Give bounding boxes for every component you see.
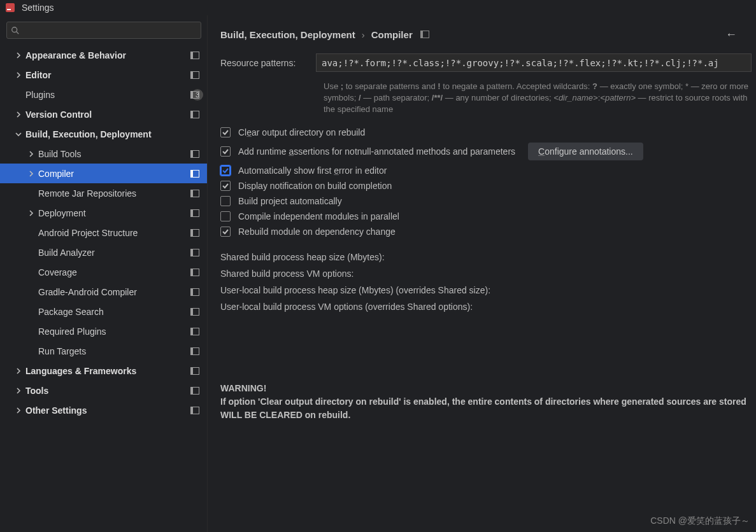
- warning-text: WARNING! If option 'Clear output directo…: [220, 382, 756, 422]
- sidebar-item-label: Version Control: [25, 109, 207, 120]
- chevron-right-icon: [24, 171, 38, 177]
- sidebar-item-editor[interactable]: Editor: [0, 65, 207, 85]
- chevron-right-icon: [24, 210, 38, 216]
- configure-annotations-button[interactable]: Configure annotations...: [528, 143, 643, 160]
- breadcrumb: Build, Execution, Deployment › Compiler …: [220, 22, 756, 47]
- svg-rect-0: [6, 3, 15, 12]
- project-scope-icon: [190, 111, 199, 118]
- checkbox[interactable]: [220, 165, 231, 176]
- sidebar-item-label: Remote Jar Repositories: [38, 188, 207, 199]
- sidebar-item-appearance-behavior[interactable]: Appearance & Behavior: [0, 45, 207, 65]
- breadcrumb-leaf: Compiler: [371, 29, 413, 40]
- checkbox-label[interactable]: Add runtime assertions for notnull-annot…: [238, 146, 515, 157]
- breadcrumb-root[interactable]: Build, Execution, Deployment: [220, 29, 355, 40]
- checkbox[interactable]: [220, 211, 231, 221]
- sidebar: Appearance & BehaviorEditorPlugins3Versi…: [0, 15, 208, 532]
- sidebar-item-label: Android Project Structure: [38, 228, 207, 238]
- app-logo-icon: [5, 3, 15, 13]
- project-scope-icon: [190, 288, 199, 296]
- sidebar-item-required-plugins[interactable]: Required Plugins: [0, 321, 207, 341]
- checkbox-label[interactable]: Automatically show first error in editor: [238, 165, 387, 176]
- field-label: Shared build process heap size (Mbytes):: [220, 252, 539, 262]
- project-scope-icon: [190, 249, 199, 256]
- chevron-right-icon: [24, 151, 38, 157]
- chevron-right-icon: ›: [362, 29, 365, 40]
- resource-patterns-label: Resource patterns:: [220, 58, 316, 68]
- sidebar-item-other-settings[interactable]: Other Settings: [0, 400, 207, 420]
- chevron-right-icon: [11, 72, 25, 78]
- sidebar-item-plugins[interactable]: Plugins3: [0, 85, 207, 104]
- back-button[interactable]: ←: [725, 28, 737, 41]
- window-title: Settings: [22, 3, 54, 13]
- checkbox[interactable]: [220, 146, 231, 157]
- checkbox[interactable]: [220, 181, 231, 191]
- sidebar-item-run-targets[interactable]: Run Targets: [0, 341, 207, 361]
- checkbox[interactable]: [220, 127, 231, 137]
- checkbox-label[interactable]: Rebuild module on dependency change: [238, 227, 396, 237]
- project-scope-icon: [190, 71, 199, 79]
- option-row: Display notification on build completion: [220, 181, 756, 191]
- option-row: Rebuild module on dependency change: [220, 227, 756, 237]
- sidebar-item-deployment[interactable]: Deployment: [0, 203, 207, 223]
- search-icon: [11, 26, 20, 35]
- chevron-right-icon: [11, 388, 25, 394]
- project-scope-icon: [190, 190, 199, 197]
- settings-tree: Appearance & BehaviorEditorPlugins3Versi…: [0, 43, 207, 532]
- sidebar-item-label: Deployment: [38, 208, 207, 218]
- project-scope-icon: [190, 367, 199, 375]
- sidebar-item-label: Package Search: [38, 307, 207, 317]
- option-row: Automatically show first error in editor: [220, 165, 756, 176]
- sidebar-item-label: Gradle-Android Compiler: [38, 287, 207, 297]
- project-scope-icon: [190, 91, 199, 99]
- field-row: User-local build process heap size (Mbyt…: [220, 285, 756, 295]
- checkbox-label[interactable]: Display notification on build completion: [238, 181, 392, 191]
- project-scope-icon: [190, 328, 199, 335]
- chevron-right-icon: [11, 111, 25, 118]
- project-scope-icon: [190, 308, 199, 316]
- sidebar-item-label: Languages & Frameworks: [25, 366, 207, 376]
- checkbox-label[interactable]: Compile independent modules in parallel: [238, 211, 399, 221]
- project-scope-icon: [190, 52, 199, 59]
- field-row: Shared build process VM options:: [220, 269, 756, 279]
- sidebar-item-tools[interactable]: Tools: [0, 381, 207, 400]
- sidebar-item-gradle-android-compiler[interactable]: Gradle-Android Compiler: [0, 282, 207, 302]
- svg-line-3: [17, 31, 19, 34]
- sidebar-item-coverage[interactable]: Coverage: [0, 262, 207, 282]
- svg-point-2: [12, 27, 17, 32]
- checkbox[interactable]: [220, 227, 231, 237]
- sidebar-item-label: Plugins: [25, 90, 192, 100]
- sidebar-item-label: Build Analyzer: [38, 248, 207, 258]
- chevron-right-icon: [11, 52, 25, 59]
- chevron-right-icon: [11, 368, 25, 374]
- sidebar-item-label: Build Tools: [38, 149, 207, 159]
- field-label: User-local build process heap size (Mbyt…: [220, 285, 539, 295]
- sidebar-item-label: Required Plugins: [38, 326, 207, 337]
- sidebar-item-remote-jar-repositories[interactable]: Remote Jar Repositories: [0, 183, 207, 203]
- watermark: CSDN @爱笑的蓝孩子～: [650, 515, 750, 527]
- project-scope-icon: [420, 31, 429, 38]
- sidebar-item-compiler[interactable]: Compiler: [0, 164, 207, 183]
- option-row: Clear output directory on rebuild: [220, 127, 756, 137]
- project-scope-icon: [190, 170, 199, 178]
- project-scope-icon: [190, 347, 199, 355]
- checkbox[interactable]: [220, 196, 231, 206]
- svg-rect-1: [7, 9, 11, 10]
- sidebar-item-build-tools[interactable]: Build Tools: [0, 144, 207, 164]
- sidebar-item-build-analyzer[interactable]: Build Analyzer: [0, 242, 207, 262]
- sidebar-item-package-search[interactable]: Package Search: [0, 302, 207, 321]
- field-label: User-local build process VM options (ove…: [220, 302, 539, 312]
- checkbox-label[interactable]: Build project automatically: [238, 196, 342, 206]
- sidebar-item-label: Run Targets: [38, 346, 207, 356]
- sidebar-item-android-project-structure[interactable]: Android Project Structure: [0, 223, 207, 242]
- checkbox-label[interactable]: Clear output directory on rebuild: [238, 127, 365, 137]
- search-input[interactable]: [6, 22, 201, 39]
- option-row: Build project automatically(only works w…: [220, 196, 756, 206]
- option-row: Add runtime assertions for notnull-annot…: [220, 143, 756, 160]
- titlebar: Settings: [0, 0, 756, 15]
- sidebar-item-version-control[interactable]: Version Control: [0, 104, 207, 124]
- sidebar-item-label: Compiler: [38, 169, 207, 179]
- resource-patterns-input[interactable]: [316, 53, 752, 72]
- sidebar-item-languages-frameworks[interactable]: Languages & Frameworks: [0, 361, 207, 381]
- sidebar-item-label: Appearance & Behavior: [25, 50, 207, 60]
- sidebar-item-build-execution-deployment[interactable]: Build, Execution, Deployment: [0, 124, 207, 144]
